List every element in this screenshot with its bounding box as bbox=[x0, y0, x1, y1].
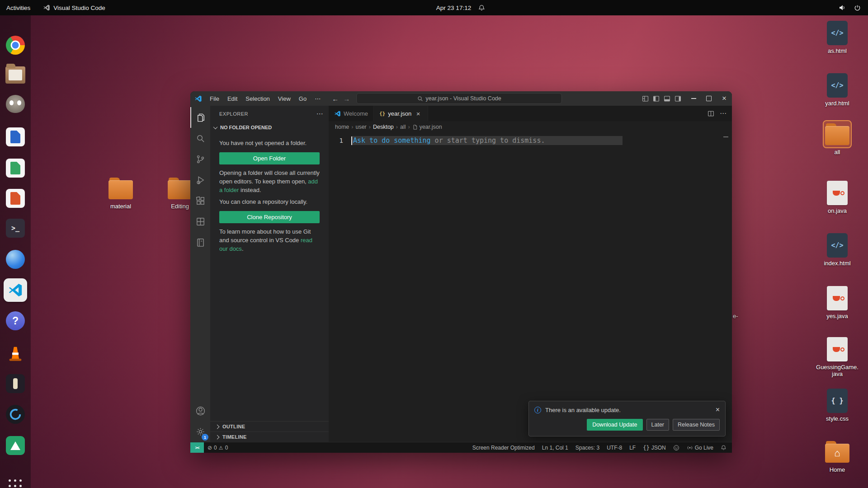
file-icon bbox=[412, 124, 418, 130]
customize-layout-icon[interactable] bbox=[642, 95, 649, 102]
toggle-secondary-sidebar-icon[interactable] bbox=[675, 95, 681, 102]
breadcrumb-all[interactable]: all bbox=[400, 124, 406, 130]
activities-button[interactable]: Activities bbox=[0, 0, 37, 15]
dock-dark-package-app[interactable] bbox=[5, 374, 25, 394]
dock-gimp[interactable] bbox=[5, 94, 25, 114]
later-button[interactable]: Later bbox=[646, 419, 670, 431]
partially-hidden-icon-label: e- bbox=[733, 313, 738, 319]
timeline-section[interactable]: TIMELINE bbox=[210, 432, 329, 442]
vscode-logo-icon bbox=[334, 110, 341, 117]
dock-libreoffice-impress[interactable] bbox=[5, 188, 25, 208]
language-mode[interactable]: {}JSON bbox=[639, 442, 669, 453]
dock-file-manager[interactable] bbox=[5, 65, 25, 85]
tab-welcome[interactable]: Welcome bbox=[329, 106, 374, 121]
clone-repository-button[interactable]: Clone Repository bbox=[219, 211, 320, 223]
accounts-icon[interactable] bbox=[190, 400, 210, 421]
cursor-position[interactable]: Ln 1, Col 1 bbox=[538, 442, 572, 453]
notification-bell-icon[interactable] bbox=[478, 5, 485, 11]
section-no-folder-opened[interactable]: NO FOLDER OPENED bbox=[210, 122, 329, 133]
broadcast-icon bbox=[687, 445, 693, 451]
menu-bar: File Edit Selection View Go ⋯ bbox=[206, 91, 325, 106]
explorer-more-actions-icon[interactable] bbox=[316, 110, 324, 118]
vscode-logo-icon[interactable] bbox=[190, 95, 206, 103]
editor-more-actions-icon[interactable] bbox=[720, 109, 726, 117]
dock-blue-globe-app[interactable] bbox=[5, 249, 25, 269]
dock-vscode[interactable] bbox=[4, 278, 27, 302]
menu-edit[interactable]: Edit bbox=[223, 91, 241, 106]
dock-libreoffice-calc[interactable] bbox=[5, 158, 25, 178]
maximize-button[interactable] bbox=[701, 91, 717, 106]
download-update-button[interactable]: Download Update bbox=[587, 419, 642, 431]
breadcrumb-home[interactable]: home bbox=[335, 124, 349, 130]
volume-icon[interactable] bbox=[839, 4, 846, 11]
desktop-icon-material[interactable]: material bbox=[99, 175, 142, 210]
menu-go[interactable]: Go bbox=[295, 91, 311, 106]
release-notes-button[interactable]: Release Notes bbox=[673, 419, 720, 431]
encoding-setting[interactable]: UTF-8 bbox=[603, 442, 626, 453]
breadcrumb-year-json[interactable]: year.json bbox=[412, 124, 442, 130]
dock-help[interactable] bbox=[5, 311, 25, 331]
desktop-icon-all-selected[interactable]: all bbox=[816, 121, 859, 156]
menu-selection[interactable]: Selection bbox=[241, 91, 274, 106]
close-window-button[interactable] bbox=[717, 91, 732, 106]
grid-view-activity-icon[interactable] bbox=[190, 211, 210, 232]
ubuntu-dock bbox=[0, 15, 31, 488]
tab-year-json[interactable]: year.json bbox=[374, 106, 428, 121]
feedback-smiley-icon[interactable] bbox=[670, 442, 683, 453]
clock[interactable]: Apr 23 17:12 bbox=[430, 0, 477, 15]
dock-software-store[interactable] bbox=[5, 436, 25, 455]
statusbar-bell-icon[interactable] bbox=[717, 442, 730, 453]
desktop-icon-guessinggame-java[interactable]: GuessingGame.java bbox=[816, 336, 859, 378]
eol-setting[interactable]: LF bbox=[626, 442, 639, 453]
back-arrow-button[interactable]: ← bbox=[332, 95, 339, 103]
minimize-button[interactable] bbox=[686, 91, 701, 106]
toggle-sidebar-icon[interactable] bbox=[653, 95, 660, 102]
forward-arrow-button[interactable]: → bbox=[343, 95, 350, 103]
search-activity-icon[interactable] bbox=[190, 128, 210, 149]
desktop-icon-yes-java[interactable]: yes.java bbox=[816, 285, 859, 320]
desktop-icon-label: style.css bbox=[816, 416, 859, 422]
dock-terminal[interactable] bbox=[5, 218, 25, 238]
close-notification-icon[interactable] bbox=[716, 406, 720, 413]
desktop-icon-yard-html[interactable]: yard.html bbox=[816, 72, 859, 107]
vscode-titlebar[interactable]: File Edit Selection View Go ⋯ ← → year.j… bbox=[190, 91, 732, 106]
desktop-icon-on-java[interactable]: on.java bbox=[816, 180, 859, 215]
code-line-1: 1 Ask to do something or start typing to… bbox=[329, 135, 732, 146]
split-editor-icon[interactable] bbox=[708, 110, 714, 117]
desktop-icon-home[interactable]: Home bbox=[816, 439, 859, 474]
menu-file[interactable]: File bbox=[206, 91, 223, 106]
outline-section[interactable]: OUTLINE bbox=[210, 421, 329, 432]
show-applications-button[interactable] bbox=[5, 476, 25, 488]
source-control-activity-icon[interactable] bbox=[190, 149, 210, 169]
menu-more[interactable]: ⋯ bbox=[311, 91, 325, 106]
desktop-icon-style-css[interactable]: style.css bbox=[816, 388, 859, 422]
power-icon[interactable] bbox=[854, 5, 861, 11]
toggle-panel-icon[interactable] bbox=[664, 95, 670, 102]
desktop-icon-as-html[interactable]: as.html bbox=[816, 20, 859, 55]
command-center-text: year.json - Visual Studio Code bbox=[426, 95, 501, 102]
menu-view[interactable]: View bbox=[274, 91, 295, 106]
dock-chrome[interactable] bbox=[5, 35, 25, 55]
dock-vlc[interactable] bbox=[5, 343, 25, 363]
remote-indicator[interactable] bbox=[190, 442, 204, 453]
indentation-setting[interactable]: Spaces: 3 bbox=[572, 442, 603, 453]
notebook-activity-icon[interactable] bbox=[190, 232, 210, 253]
info-icon bbox=[534, 407, 541, 413]
go-live-button[interactable]: Go Live bbox=[683, 442, 717, 453]
editor-pane[interactable]: 1 Ask to do something or start typing to… bbox=[329, 133, 732, 442]
breadcrumb-desktop[interactable]: Desktop bbox=[373, 124, 394, 130]
command-center-search[interactable]: year.json - Visual Studio Code bbox=[356, 93, 562, 104]
dock-libreoffice-writer[interactable] bbox=[5, 127, 25, 147]
focused-app-indicator[interactable]: Visual Studio Code bbox=[37, 0, 112, 15]
explorer-activity-icon[interactable] bbox=[190, 107, 210, 128]
dock-swirl-app[interactable] bbox=[5, 404, 25, 424]
settings-gear-icon[interactable]: 1 bbox=[190, 421, 210, 442]
screen-reader-status[interactable]: Screen Reader Optimized bbox=[469, 442, 538, 453]
close-tab-icon[interactable] bbox=[414, 109, 422, 117]
run-debug-activity-icon[interactable] bbox=[190, 169, 210, 190]
open-folder-button[interactable]: Open Folder bbox=[219, 152, 320, 164]
extensions-activity-icon[interactable] bbox=[190, 190, 210, 211]
breadcrumb-user[interactable]: user bbox=[355, 124, 366, 130]
desktop-icon-index-html[interactable]: index.html bbox=[816, 232, 859, 267]
problems-indicator[interactable]: 0 0 bbox=[204, 442, 231, 453]
